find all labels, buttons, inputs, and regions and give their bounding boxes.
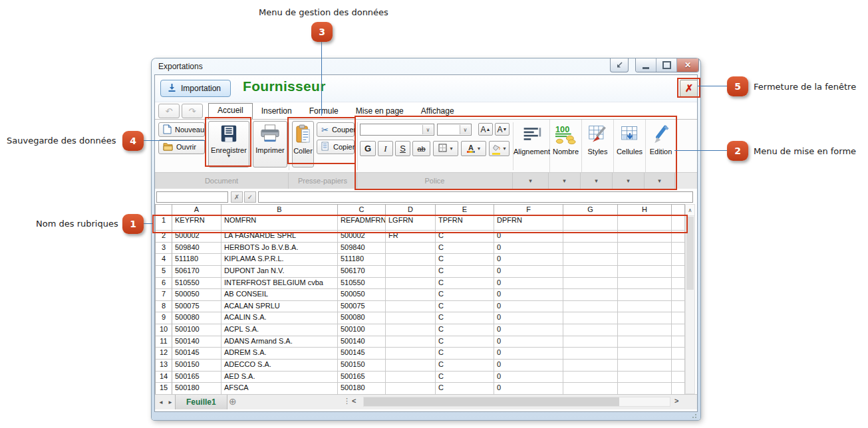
- cell-H4[interactable]: [618, 254, 672, 266]
- cell-partial15[interactable]: [672, 383, 685, 395]
- cell-partial8[interactable]: [672, 301, 685, 313]
- cell-B7[interactable]: AB CONSEIL: [221, 289, 338, 301]
- ribbon-group-styles[interactable]: Styles: [582, 120, 614, 173]
- cell-partial13[interactable]: [672, 360, 685, 372]
- font-family-select[interactable]: ∨: [360, 124, 434, 136]
- cell-C9[interactable]: 500080: [338, 312, 386, 324]
- print-button[interactable]: Imprimer: [253, 121, 287, 167]
- add-sheet-button[interactable]: ⊕: [229, 396, 237, 407]
- cell-F14[interactable]: 0: [494, 372, 563, 383]
- copy-button[interactable]: Copier: [317, 140, 355, 154]
- cell-E8[interactable]: C: [436, 301, 494, 313]
- cell-A12[interactable]: 500145: [172, 348, 221, 360]
- column-header-B[interactable]: B: [221, 205, 338, 215]
- italic-button[interactable]: I: [378, 141, 393, 156]
- cell-G5[interactable]: [563, 266, 618, 278]
- row-header-4[interactable]: 4: [156, 254, 172, 266]
- cell-H8[interactable]: [618, 301, 672, 313]
- vertical-scrollbar[interactable]: ∧: [685, 204, 695, 394]
- group-dropdown-nombre[interactable]: ▾: [549, 173, 581, 189]
- row-header-7[interactable]: 7: [156, 289, 172, 301]
- column-header-G[interactable]: G: [563, 205, 618, 215]
- cell-A14[interactable]: 500165: [172, 372, 221, 383]
- cell-C1[interactable]: REFADMFRN: [338, 215, 386, 231]
- cell-E14[interactable]: C: [436, 372, 494, 383]
- cell-H5[interactable]: [618, 266, 672, 278]
- cell-D4[interactable]: [386, 254, 436, 266]
- cell-H1[interactable]: [618, 215, 672, 231]
- scroll-up-button[interactable]: ∧: [686, 205, 694, 216]
- cell-H13[interactable]: [618, 360, 672, 372]
- cell-C5[interactable]: 506170: [338, 266, 386, 278]
- cell-A15[interactable]: 500180: [172, 383, 221, 395]
- new-button[interactable]: Nouveau: [158, 122, 205, 137]
- tab-formule[interactable]: Formule: [301, 104, 347, 119]
- cell-F7[interactable]: 0: [494, 289, 563, 301]
- cell-G8[interactable]: [563, 301, 618, 313]
- cell-B12[interactable]: ADREM S.A.: [221, 348, 338, 360]
- cell-H15[interactable]: [618, 383, 672, 395]
- cell-G15[interactable]: [563, 383, 618, 395]
- formula-input[interactable]: [258, 191, 693, 203]
- cell-partial7[interactable]: [672, 289, 685, 301]
- name-box[interactable]: [156, 191, 228, 203]
- cell-partial11[interactable]: [672, 336, 685, 348]
- column-header-C[interactable]: C: [338, 205, 386, 215]
- cell-F2[interactable]: 0: [494, 231, 563, 243]
- cell-G12[interactable]: [563, 348, 618, 360]
- group-dropdown-cellules[interactable]: ▾: [613, 173, 645, 189]
- cell-partial12[interactable]: [672, 348, 685, 360]
- cell-C6[interactable]: 510550: [338, 278, 386, 290]
- cell-G3[interactable]: [563, 243, 618, 255]
- cell-partial5[interactable]: [672, 266, 685, 278]
- horizontal-scrollbar[interactable]: [363, 397, 670, 407]
- cell-D11[interactable]: [386, 336, 436, 348]
- column-header-A[interactable]: A: [172, 205, 221, 215]
- column-header-F[interactable]: F: [494, 205, 563, 215]
- cell-A7[interactable]: 500050: [172, 289, 221, 301]
- cell-A4[interactable]: 511180: [172, 254, 221, 266]
- tab-insertion[interactable]: Insertion: [253, 104, 301, 119]
- cell-F13[interactable]: 0: [494, 360, 563, 372]
- cell-H3[interactable]: [618, 243, 672, 255]
- cell-F1[interactable]: DPFRN: [494, 215, 563, 231]
- cell-E13[interactable]: C: [436, 360, 494, 372]
- ribbon-group-cellules[interactable]: Cellules: [614, 120, 646, 173]
- cell-partial14[interactable]: [672, 372, 685, 383]
- cell-C10[interactable]: 500100: [338, 324, 386, 336]
- tab-accueil[interactable]: Accueil: [208, 103, 253, 119]
- row-header-15[interactable]: 15: [156, 383, 172, 395]
- row-header-1[interactable]: 1: [156, 215, 172, 231]
- save-dropdown-arrow[interactable]: ▾: [227, 154, 230, 158]
- resize-grip[interactable]: [692, 412, 698, 419]
- cell-A6[interactable]: 510550: [172, 278, 221, 290]
- previous-sheet-button[interactable]: ◄: [156, 397, 166, 407]
- cell-D10[interactable]: [386, 324, 436, 336]
- cell-H12[interactable]: [618, 348, 672, 360]
- cell-partial3[interactable]: [672, 243, 685, 255]
- ribbon-group-alignement[interactable]: Alignement: [514, 120, 550, 173]
- cell-G7[interactable]: [563, 289, 618, 301]
- cell-C14[interactable]: 500165: [338, 372, 386, 383]
- cell-E10[interactable]: C: [436, 324, 494, 336]
- column-header-E[interactable]: E: [436, 205, 494, 215]
- cell-C12[interactable]: 500145: [338, 348, 386, 360]
- cell-D13[interactable]: [386, 360, 436, 372]
- redo-button[interactable]: ↷: [182, 104, 203, 118]
- cell-B9[interactable]: ACALIN S.A.: [221, 312, 338, 324]
- cell-partial1[interactable]: [672, 215, 685, 231]
- cell-G9[interactable]: [563, 312, 618, 324]
- cell-B8[interactable]: ACALAN SPRLU: [221, 301, 338, 313]
- resize-diagonal-button[interactable]: [610, 58, 629, 72]
- cell-H11[interactable]: [618, 336, 672, 348]
- cell-D8[interactable]: [386, 301, 436, 313]
- ribbon-group-nombre[interactable]: 100Nombre: [550, 120, 582, 173]
- cell-A5[interactable]: 506170: [172, 266, 221, 278]
- cell-G13[interactable]: [563, 360, 618, 372]
- cell-H10[interactable]: [618, 324, 672, 336]
- open-button[interactable]: Ouvrir: [158, 140, 205, 154]
- cell-E11[interactable]: C: [436, 336, 494, 348]
- group-dropdown-edition[interactable]: ▾: [645, 173, 675, 189]
- cell-G6[interactable]: [563, 278, 618, 290]
- cell-partial6[interactable]: [672, 278, 685, 290]
